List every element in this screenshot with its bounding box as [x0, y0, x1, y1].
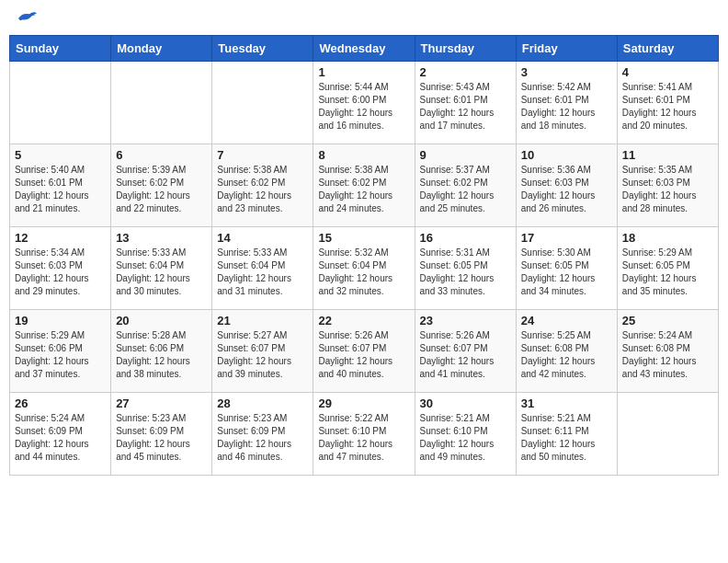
day-number: 16 [420, 231, 511, 245]
day-info: Sunrise: 5:27 AM Sunset: 6:07 PM Dayligh… [217, 329, 308, 381]
calendar-cell: 6Sunrise: 5:39 AM Sunset: 6:02 PM Daylig… [111, 144, 212, 227]
calendar-week-row: 12Sunrise: 5:34 AM Sunset: 6:03 PM Dayli… [10, 227, 719, 310]
calendar-cell: 30Sunrise: 5:21 AM Sunset: 6:10 PM Dayli… [415, 393, 516, 476]
calendar-week-row: 19Sunrise: 5:29 AM Sunset: 6:06 PM Dayli… [10, 310, 719, 393]
day-number: 21 [217, 314, 308, 327]
day-number: 7 [217, 148, 308, 162]
day-number: 23 [420, 314, 511, 327]
day-number: 27 [116, 396, 207, 410]
weekday-header-saturday: Saturday [617, 36, 718, 62]
calendar-cell [111, 62, 212, 144]
day-info: Sunrise: 5:39 AM Sunset: 6:02 PM Dayligh… [116, 164, 207, 215]
calendar-cell: 4Sunrise: 5:41 AM Sunset: 6:01 PM Daylig… [617, 62, 718, 144]
weekday-header-wednesday: Wednesday [313, 36, 415, 62]
day-number: 11 [622, 148, 713, 162]
day-number: 25 [622, 314, 713, 327]
day-info: Sunrise: 5:21 AM Sunset: 6:11 PM Dayligh… [521, 412, 612, 464]
day-number: 19 [15, 314, 106, 327]
day-number: 8 [318, 148, 409, 162]
calendar-cell: 23Sunrise: 5:26 AM Sunset: 6:07 PM Dayli… [415, 310, 516, 393]
day-number: 30 [420, 396, 511, 410]
day-info: Sunrise: 5:44 AM Sunset: 6:00 PM Dayligh… [318, 81, 409, 132]
day-number: 1 [318, 65, 409, 79]
day-info: Sunrise: 5:30 AM Sunset: 6:05 PM Dayligh… [521, 247, 612, 298]
calendar-cell: 9Sunrise: 5:37 AM Sunset: 6:02 PM Daylig… [415, 144, 516, 227]
day-info: Sunrise: 5:22 AM Sunset: 6:10 PM Dayligh… [318, 412, 409, 464]
weekday-header-thursday: Thursday [415, 36, 516, 62]
calendar-header-row: SundayMondayTuesdayWednesdayThursdayFrid… [10, 36, 719, 62]
calendar-cell: 25Sunrise: 5:24 AM Sunset: 6:08 PM Dayli… [617, 310, 718, 393]
page-header [9, 9, 719, 28]
day-number: 22 [318, 314, 409, 327]
calendar-cell: 20Sunrise: 5:28 AM Sunset: 6:06 PM Dayli… [111, 310, 212, 393]
weekday-header-tuesday: Tuesday [212, 36, 313, 62]
day-info: Sunrise: 5:26 AM Sunset: 6:07 PM Dayligh… [420, 329, 511, 381]
day-info: Sunrise: 5:38 AM Sunset: 6:02 PM Dayligh… [217, 164, 308, 215]
day-number: 24 [521, 314, 612, 327]
calendar-week-row: 1Sunrise: 5:44 AM Sunset: 6:00 PM Daylig… [10, 62, 719, 144]
day-info: Sunrise: 5:32 AM Sunset: 6:04 PM Dayligh… [318, 247, 409, 298]
day-number: 29 [318, 396, 409, 410]
calendar-cell: 14Sunrise: 5:33 AM Sunset: 6:04 PM Dayli… [212, 227, 313, 310]
calendar-cell: 28Sunrise: 5:23 AM Sunset: 6:09 PM Dayli… [212, 393, 313, 476]
calendar-cell: 29Sunrise: 5:22 AM Sunset: 6:10 PM Dayli… [313, 393, 415, 476]
day-info: Sunrise: 5:42 AM Sunset: 6:01 PM Dayligh… [521, 81, 612, 132]
day-info: Sunrise: 5:40 AM Sunset: 6:01 PM Dayligh… [15, 164, 106, 215]
day-info: Sunrise: 5:21 AM Sunset: 6:10 PM Dayligh… [420, 412, 511, 464]
logo-bird-icon [15, 9, 37, 28]
day-info: Sunrise: 5:25 AM Sunset: 6:08 PM Dayligh… [521, 329, 612, 381]
day-info: Sunrise: 5:29 AM Sunset: 6:05 PM Dayligh… [622, 247, 713, 298]
day-number: 10 [521, 148, 612, 162]
day-number: 31 [521, 396, 612, 410]
day-info: Sunrise: 5:31 AM Sunset: 6:05 PM Dayligh… [420, 247, 511, 298]
calendar-week-row: 26Sunrise: 5:24 AM Sunset: 6:09 PM Dayli… [10, 393, 719, 476]
calendar-cell: 21Sunrise: 5:27 AM Sunset: 6:07 PM Dayli… [212, 310, 313, 393]
day-info: Sunrise: 5:23 AM Sunset: 6:09 PM Dayligh… [116, 412, 207, 464]
calendar-cell: 10Sunrise: 5:36 AM Sunset: 6:03 PM Dayli… [516, 144, 617, 227]
calendar-week-row: 5Sunrise: 5:40 AM Sunset: 6:01 PM Daylig… [10, 144, 719, 227]
calendar-cell: 15Sunrise: 5:32 AM Sunset: 6:04 PM Dayli… [313, 227, 415, 310]
day-number: 13 [116, 231, 207, 245]
weekday-header-friday: Friday [516, 36, 617, 62]
calendar-cell: 8Sunrise: 5:38 AM Sunset: 6:02 PM Daylig… [313, 144, 415, 227]
day-info: Sunrise: 5:37 AM Sunset: 6:02 PM Dayligh… [420, 164, 511, 215]
day-info: Sunrise: 5:33 AM Sunset: 6:04 PM Dayligh… [116, 247, 207, 298]
calendar-cell: 31Sunrise: 5:21 AM Sunset: 6:11 PM Dayli… [516, 393, 617, 476]
day-info: Sunrise: 5:28 AM Sunset: 6:06 PM Dayligh… [116, 329, 207, 381]
calendar-cell: 24Sunrise: 5:25 AM Sunset: 6:08 PM Dayli… [516, 310, 617, 393]
day-number: 15 [318, 231, 409, 245]
day-info: Sunrise: 5:38 AM Sunset: 6:02 PM Dayligh… [318, 164, 409, 215]
day-info: Sunrise: 5:24 AM Sunset: 6:09 PM Dayligh… [15, 412, 106, 464]
calendar-cell: 22Sunrise: 5:26 AM Sunset: 6:07 PM Dayli… [313, 310, 415, 393]
day-info: Sunrise: 5:35 AM Sunset: 6:03 PM Dayligh… [622, 164, 713, 215]
day-number: 20 [116, 314, 207, 327]
day-number: 12 [15, 231, 106, 245]
logo [13, 9, 37, 28]
day-info: Sunrise: 5:34 AM Sunset: 6:03 PM Dayligh… [15, 247, 106, 298]
calendar-cell: 17Sunrise: 5:30 AM Sunset: 6:05 PM Dayli… [516, 227, 617, 310]
day-number: 26 [15, 396, 106, 410]
day-info: Sunrise: 5:26 AM Sunset: 6:07 PM Dayligh… [318, 329, 409, 381]
day-number: 3 [521, 65, 612, 79]
day-info: Sunrise: 5:23 AM Sunset: 6:09 PM Dayligh… [217, 412, 308, 464]
weekday-header-monday: Monday [111, 36, 212, 62]
day-number: 5 [15, 148, 106, 162]
day-info: Sunrise: 5:33 AM Sunset: 6:04 PM Dayligh… [217, 247, 308, 298]
day-number: 18 [622, 231, 713, 245]
calendar-cell: 7Sunrise: 5:38 AM Sunset: 6:02 PM Daylig… [212, 144, 313, 227]
day-info: Sunrise: 5:41 AM Sunset: 6:01 PM Dayligh… [622, 81, 713, 132]
weekday-header-sunday: Sunday [10, 36, 111, 62]
calendar-cell: 2Sunrise: 5:43 AM Sunset: 6:01 PM Daylig… [415, 62, 516, 144]
day-number: 2 [420, 65, 511, 79]
day-number: 9 [420, 148, 511, 162]
calendar-cell: 27Sunrise: 5:23 AM Sunset: 6:09 PM Dayli… [111, 393, 212, 476]
calendar-cell: 5Sunrise: 5:40 AM Sunset: 6:01 PM Daylig… [10, 144, 111, 227]
calendar-cell: 19Sunrise: 5:29 AM Sunset: 6:06 PM Dayli… [10, 310, 111, 393]
calendar-cell [617, 393, 718, 476]
calendar-cell: 1Sunrise: 5:44 AM Sunset: 6:00 PM Daylig… [313, 62, 415, 144]
day-info: Sunrise: 5:36 AM Sunset: 6:03 PM Dayligh… [521, 164, 612, 215]
day-info: Sunrise: 5:29 AM Sunset: 6:06 PM Dayligh… [15, 329, 106, 381]
calendar-cell: 18Sunrise: 5:29 AM Sunset: 6:05 PM Dayli… [617, 227, 718, 310]
calendar-cell [10, 62, 111, 144]
calendar-cell [212, 62, 313, 144]
